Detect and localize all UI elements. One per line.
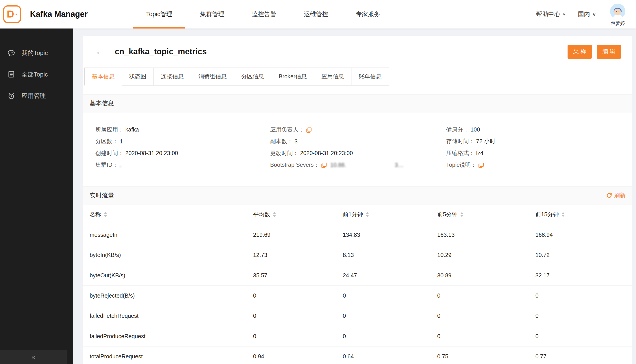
- section-title: 基本信息: [90, 99, 114, 107]
- info-field-bootstrap-servers: Bootstrap Severs： 10.88. 3…: [270, 159, 446, 171]
- nav-cluster-manage[interactable]: 集群管理: [187, 0, 238, 28]
- edit-button[interactable]: 编 辑: [597, 45, 621, 59]
- info-field-replicas: 副本数： 3: [270, 136, 446, 147]
- metric-15min: 0: [536, 292, 632, 299]
- table-header-row: 名称 平均数 前1分钟 前5分钟: [83, 204, 632, 225]
- metric-5min: 0: [437, 333, 535, 340]
- sidebar-collapse-button[interactable]: «: [0, 350, 67, 364]
- metric-avg: 0: [253, 333, 343, 340]
- copy-icon[interactable]: [306, 128, 312, 133]
- document-icon: [8, 70, 15, 78]
- title-actions: 采 样 编 辑: [568, 45, 621, 59]
- help-center-label: 帮助中心: [536, 10, 560, 18]
- main-content: ← cn_kafka_topic_metrics 采 样 编 辑 基本信息 状态…: [73, 28, 636, 364]
- metric-1min: 0: [343, 333, 437, 340]
- info-field-health: 健康分： 100: [446, 124, 632, 136]
- nav-ops-control[interactable]: 运维管控: [291, 0, 341, 28]
- sort-icon: [273, 212, 276, 217]
- refresh-button[interactable]: 刷新: [606, 192, 626, 199]
- region-select[interactable]: 国内∨: [578, 10, 596, 18]
- sidebar-item-label: 我的Topic: [22, 49, 48, 57]
- metric-5min: 0: [437, 312, 535, 319]
- metric-name: byteRejected(B/s): [83, 292, 253, 299]
- copy-icon[interactable]: [321, 163, 326, 168]
- chevron-down-icon: ∨: [592, 12, 596, 17]
- sidebar-item-label: 应用管理: [22, 92, 46, 100]
- app-title: Kafka Manager: [30, 10, 88, 19]
- metric-1min: 134.83: [343, 232, 437, 238]
- detail-tabs: 基本信息 状态图 连接信息 消费组信息 分区信息 Broker信息 应用信息 账…: [83, 68, 632, 85]
- sample-button[interactable]: 采 样: [568, 45, 592, 59]
- sidebar-item-my-topic[interactable]: 我的Topic: [0, 42, 73, 64]
- collapse-icon: «: [32, 353, 36, 361]
- tab-connection-info[interactable]: 连接信息: [154, 68, 191, 85]
- metric-15min: 10.72: [536, 252, 632, 258]
- column-header-1min[interactable]: 前1分钟: [343, 211, 437, 218]
- metric-avg: 219.69: [253, 232, 343, 238]
- help-center-link[interactable]: 帮助中心∨: [536, 10, 566, 18]
- metric-name: messageIn: [83, 232, 253, 238]
- info-field-partitions: 分区数： 1: [96, 136, 270, 147]
- metric-5min: 0.75: [437, 353, 535, 360]
- metric-name: totalProduceRequest: [83, 353, 253, 360]
- info-field-create-time: 创建时间： 2020-08-31 20:23:00: [96, 148, 270, 159]
- metric-1min: 0: [343, 312, 437, 319]
- tab-bill-info[interactable]: 账单信息: [351, 68, 389, 85]
- table-row: byteOut(KB/s) 35.57 24.47 30.89 32.17: [83, 265, 632, 286]
- metric-1min: 24.47: [343, 272, 437, 279]
- nav-expert-service[interactable]: 专家服务: [343, 0, 393, 28]
- nav-monitor-alert[interactable]: 监控告警: [239, 0, 289, 28]
- tab-consumer-group-info[interactable]: 消费组信息: [191, 68, 234, 85]
- username: 包梦婷: [610, 20, 625, 26]
- info-field-retention: 存储时间： 72 小时: [446, 136, 632, 147]
- section-title: 实时流量: [90, 192, 114, 200]
- metric-avg: 0: [253, 312, 343, 319]
- sidebar-item-app-manage[interactable]: 应用管理: [0, 85, 73, 107]
- metric-15min: 32.17: [536, 272, 632, 279]
- column-label: 平均数: [253, 211, 270, 218]
- realtime-section-header: 实时流量 刷新: [83, 186, 632, 204]
- info-field-topic-description: Topic说明：: [446, 159, 632, 171]
- top-bar: D•• Kafka Manager Topic管理 集群管理 监控告警 运维管控…: [0, 0, 636, 28]
- refresh-icon: [606, 192, 612, 198]
- avatar[interactable]: [610, 4, 626, 19]
- column-label: 前1分钟: [343, 211, 363, 218]
- metric-name: failedFetchRequest: [83, 312, 253, 319]
- column-header-avg[interactable]: 平均数: [253, 211, 343, 218]
- column-header-15min[interactable]: 前15分钟: [536, 211, 632, 218]
- sidebar-menu: 我的Topic 全部Topic 应用管理: [0, 28, 73, 107]
- info-field-app: 所属应用： kafka: [96, 124, 270, 136]
- column-label: 前15分钟: [536, 211, 559, 218]
- topic-detail-card: ← cn_kafka_topic_metrics 采 样 编 辑 基本信息 状态…: [83, 36, 632, 364]
- chevron-down-icon: ∨: [562, 12, 566, 16]
- tab-partition-info[interactable]: 分区信息: [234, 68, 272, 85]
- metric-name: byteIn(KB/s): [83, 252, 253, 258]
- metric-15min: 0: [536, 333, 632, 340]
- title-row: ← cn_kafka_topic_metrics 采 样 编 辑: [83, 36, 632, 64]
- tab-broker-info[interactable]: Broker信息: [271, 68, 314, 85]
- metric-15min: 0: [536, 312, 632, 319]
- metric-name: failedProduceRequest: [83, 333, 253, 340]
- metric-1min: 0: [343, 292, 437, 299]
- info-field-cluster-id: 集群ID： .: [96, 159, 270, 171]
- nav-topic-manage[interactable]: Topic管理: [133, 0, 185, 28]
- copy-icon[interactable]: [478, 163, 484, 168]
- region-label: 国内: [578, 10, 590, 18]
- sort-icon: [366, 212, 369, 217]
- back-button[interactable]: ←: [96, 47, 104, 56]
- column-header-name[interactable]: 名称: [83, 211, 253, 218]
- tab-basic-info[interactable]: 基本信息: [84, 68, 122, 85]
- column-label: 前5分钟: [437, 211, 457, 218]
- sidebar: 我的Topic 全部Topic 应用管理: [0, 28, 73, 364]
- metric-5min: 10.29: [437, 252, 535, 258]
- tab-status-chart[interactable]: 状态图: [122, 68, 154, 85]
- info-field-owner: 应用负责人：: [270, 124, 446, 136]
- info-field-compression: 压缩格式： lz4: [446, 148, 632, 159]
- metric-15min: 0.77: [536, 353, 632, 360]
- page-title: cn_kafka_topic_metrics: [115, 47, 207, 56]
- table-row: failedProduceRequest 0 0 0 0: [83, 326, 632, 346]
- sidebar-item-all-topic[interactable]: 全部Topic: [0, 64, 73, 85]
- column-header-5min[interactable]: 前5分钟: [437, 211, 535, 218]
- tab-app-info[interactable]: 应用信息: [314, 68, 352, 85]
- topbar-right: 帮助中心∨ 国内∨: [536, 2, 636, 26]
